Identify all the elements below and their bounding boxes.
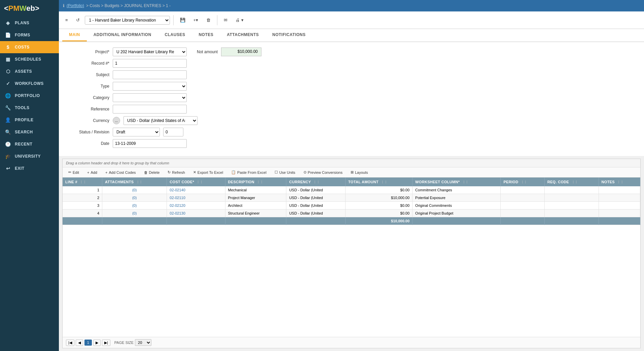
cell-req-code	[544, 202, 599, 210]
paste-label: Paste From Excel	[237, 170, 266, 174]
menu-button[interactable]: ≡	[62, 16, 71, 24]
logo: <PMWeb>	[0, 0, 59, 17]
refresh-label: Refresh	[172, 170, 185, 174]
sidebar-item-label: WORKFLOWS	[15, 81, 44, 86]
sort-icon: ⋮⋮	[381, 181, 387, 184]
table-row[interactable]: 2 (0) 02-02110 Project Manager USD - Dol…	[63, 194, 640, 202]
cell-worksheet: Commitment Changes	[413, 186, 501, 194]
currency-label: Currency	[66, 118, 109, 123]
project-label: Project*	[66, 50, 109, 54]
sidebar-item-recent[interactable]: 🕐 RECENT	[0, 138, 59, 150]
add-row-btn[interactable]: + Add	[84, 169, 100, 176]
first-page-btn[interactable]: |◀	[66, 340, 74, 346]
portfolio-link[interactable]: (Portfolio)	[67, 3, 84, 8]
delete-icon: 🗑	[206, 18, 211, 23]
sidebar-item-workflows[interactable]: ✓ WORKFLOWS	[0, 77, 59, 90]
refresh-btn[interactable]: ↻ Refresh	[165, 169, 188, 176]
attachment-link[interactable]: (0)	[132, 203, 137, 208]
page-size-select[interactable]: 20 50 100	[135, 339, 151, 346]
cell-total-amount: $0.00	[346, 186, 413, 194]
print-button[interactable]: 🖨 ▾	[232, 16, 247, 24]
sidebar-item-forms[interactable]: 📄 FORMS	[0, 29, 59, 41]
cell-period	[501, 210, 544, 217]
add-row-icon: +	[87, 170, 89, 174]
sidebar-item-portfolio[interactable]: 🌐 PORTFOLIO	[0, 90, 59, 102]
cost-code-link[interactable]: 02-02130	[170, 211, 185, 215]
sidebar-item-schedules[interactable]: ▦ SCHEDULES	[0, 53, 59, 65]
record-input[interactable]	[113, 59, 187, 68]
attachment-link[interactable]: (0)	[132, 196, 137, 200]
cell-cost-code: 02-02140	[167, 186, 225, 194]
category-label: Category	[66, 95, 109, 100]
add-button[interactable]: +▾	[190, 16, 202, 24]
assets-icon: ⬡	[5, 69, 11, 74]
sidebar-item-label: PROFILE	[15, 118, 34, 122]
tab-notes[interactable]: NOTES	[192, 29, 220, 41]
attachment-link[interactable]: (0)	[132, 211, 137, 215]
not-amount-label: Not amount	[197, 50, 218, 54]
subject-input[interactable]	[113, 70, 187, 79]
project-select[interactable]: 1 - Harvard Baker Library Renovation	[85, 16, 170, 25]
paste-excel-btn[interactable]: 📋 Paste From Excel	[228, 169, 270, 176]
date-input[interactable]	[113, 139, 187, 148]
sidebar-item-label: RECENT	[15, 142, 32, 147]
save-button[interactable]: 💾	[177, 16, 188, 24]
sidebar-item-label: COSTS	[15, 45, 30, 50]
sidebar-item-exit[interactable]: ↩ EXIT	[0, 162, 59, 174]
sidebar-item-plans[interactable]: ◈ PLANS	[0, 17, 59, 29]
add-cost-codes-btn[interactable]: + Add Cost Codes	[102, 169, 139, 176]
cost-code-link[interactable]: 02-02120	[170, 203, 185, 208]
tab-notifications[interactable]: NOTIFICATIONS	[265, 29, 312, 41]
category-select[interactable]	[113, 93, 187, 102]
tab-clauses[interactable]: CLAUSES	[158, 29, 192, 41]
sidebar-item-tools[interactable]: 🔧 TOOLS	[0, 102, 59, 114]
cell-currency: USD - Dollar (United	[286, 194, 346, 202]
undo-button[interactable]: ↺	[73, 16, 83, 24]
cell-attachments: (0)	[102, 202, 167, 210]
preview-conversions-btn[interactable]: ⊙ Preview Conversions	[300, 169, 346, 176]
attachment-link[interactable]: (0)	[132, 188, 137, 192]
use-units-btn[interactable]: ☐ Use Units	[272, 169, 298, 176]
reference-input[interactable]	[113, 105, 187, 114]
tab-attachments[interactable]: ATTACHMENTS	[220, 29, 265, 41]
next-page-btn[interactable]: ▶	[93, 340, 101, 346]
delete-row-icon: 🗑	[144, 170, 148, 174]
project-select-field[interactable]: U 202 Harvard Baker Library Renov	[113, 47, 187, 56]
type-select[interactable]	[113, 82, 187, 91]
cost-code-link[interactable]: 02-02140	[170, 188, 185, 192]
col-notes: NOTES ⋮⋮	[599, 178, 640, 186]
delete-row-btn[interactable]: 🗑 Delete	[141, 169, 163, 176]
sidebar-item-costs[interactable]: $ COSTS	[0, 41, 59, 53]
tab-main[interactable]: MAIN	[62, 29, 87, 41]
sidebar-item-profile[interactable]: 👤 PROFILE	[0, 114, 59, 126]
table-row[interactable]: 3 (0) 02-02120 Architect USD - Dollar (U…	[63, 202, 640, 210]
email-button[interactable]: ✉	[221, 16, 230, 24]
col-worksheet: WORKSHEET COLUMN* ⋮⋮	[413, 178, 501, 186]
tabs: MAIN ADDITIONAL INFORMATION CLAUSES NOTE…	[59, 29, 644, 42]
table-row[interactable]: 4 (0) 02-02130 Structural Engineer USD -…	[63, 210, 640, 217]
col-description: DESCRIPTION ⋮⋮	[225, 178, 286, 186]
sidebar-item-search[interactable]: 🔍 SEARCH	[0, 126, 59, 138]
export-excel-btn[interactable]: ✕ Export To Excel	[190, 169, 226, 176]
revision-input[interactable]	[163, 128, 183, 136]
save-icon: 💾	[180, 18, 185, 23]
tab-additional-information[interactable]: ADDITIONAL INFORMATION	[87, 29, 158, 41]
sidebar-item-university[interactable]: 🎓 UNIVERSITY	[0, 150, 59, 162]
total-cell-4	[225, 217, 286, 225]
sort-icon: ⋮⋮	[572, 181, 578, 184]
table-row[interactable]: 1 (0) 02-02140 Mechanical USD - Dollar (…	[63, 186, 640, 194]
edit-btn[interactable]: ✏ Edit	[65, 169, 82, 176]
sidebar-item-label: TOOLS	[15, 105, 30, 110]
delete-button[interactable]: 🗑	[203, 16, 214, 24]
status-select[interactable]: Draft	[113, 128, 160, 136]
last-page-btn[interactable]: ▶|	[102, 340, 110, 346]
cost-code-link[interactable]: 02-02110	[170, 196, 185, 200]
sidebar-item-assets[interactable]: ⬡ ASSETS	[0, 65, 59, 77]
total-cell-10	[599, 217, 640, 225]
layouts-btn[interactable]: ⊞ Layouts	[348, 169, 371, 176]
project-row: Project* U 202 Harvard Baker Library Ren…	[66, 47, 637, 56]
prev-page-btn[interactable]: ◀	[76, 340, 83, 346]
info-icon[interactable]: ℹ	[63, 3, 65, 8]
currency-btn[interactable]: ...	[113, 117, 120, 124]
currency-select[interactable]: USD - Dollar (United States of America)	[123, 116, 198, 125]
